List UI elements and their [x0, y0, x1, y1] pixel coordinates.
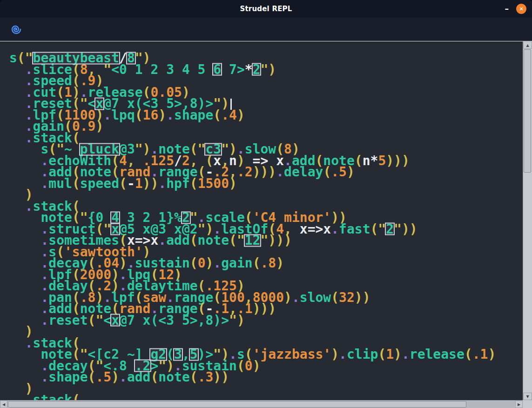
code-token: . — [158, 176, 166, 191]
code-token: delay — [284, 164, 323, 180]
scroll-left-icon[interactable]: ◀ — [0, 401, 7, 408]
code-token: ) — [158, 107, 166, 123]
horizontal-scrollbar[interactable]: ◀ ▶ — [0, 400, 523, 408]
code-token: ( — [88, 369, 96, 385]
code-line: .stack( — [9, 395, 523, 400]
code-token: add — [166, 233, 190, 248]
code-token: fast — [339, 221, 370, 237]
code-line: ) — [9, 189, 523, 201]
code-line: .gain(0.9) — [9, 121, 523, 133]
active-event-highlight: pluck — [80, 141, 119, 157]
code-token: ( — [253, 255, 261, 271]
code-token: ( — [135, 107, 143, 123]
code-token: ") — [229, 313, 245, 328]
vertical-scroll-thumb[interactable] — [524, 49, 531, 173]
code-token: reset — [48, 313, 88, 328]
code-token: . — [103, 107, 111, 123]
close-icon: ✕ — [519, 7, 523, 12]
code-token: ) — [347, 164, 355, 180]
code-token: 1 — [386, 347, 394, 362]
code-token: x=>x — [300, 221, 331, 237]
code-area[interactable]: s("beautybeast/8") .slice(8, "<0 1 2 3 4… — [0, 41, 523, 400]
code-token: ( — [331, 290, 339, 305]
titlebar[interactable]: Strudel REPL – ✕ — [0, 0, 532, 18]
code-token: . — [339, 347, 347, 362]
code-token: "))) — [260, 233, 291, 248]
code-token: ) — [237, 107, 245, 123]
code-token: .1 — [472, 347, 488, 362]
code-token: ) — [488, 347, 496, 362]
scroll-right-icon[interactable]: ▶ — [515, 401, 523, 408]
code-token: note — [158, 369, 189, 385]
code-token: ))) — [253, 301, 276, 316]
code-token: 16 — [143, 107, 159, 123]
code-token: ) — [394, 347, 402, 362]
code-token: )) — [143, 176, 159, 191]
code-token: slow — [300, 290, 331, 305]
active-event-highlight: 2 — [182, 210, 190, 225]
code-token: . — [40, 176, 48, 191]
active-event-highlight: .2 — [135, 358, 151, 374]
code-token: ( — [237, 358, 245, 374]
code-token: .3 — [198, 369, 214, 385]
code-token: (" — [88, 313, 104, 328]
close-button[interactable]: ✕ — [516, 4, 526, 14]
code-token: n* — [363, 153, 378, 168]
code-token: . — [402, 347, 410, 362]
scroll-up-icon[interactable]: ▲ — [523, 41, 532, 49]
window-controls: – ✕ — [505, 4, 532, 14]
code-token: gain — [221, 255, 252, 271]
code-token: < — [103, 313, 111, 328]
code-token: ))) — [253, 164, 276, 180]
code-line: ) — [9, 326, 523, 338]
code-token: @7 x(<3 5>,8)> — [119, 313, 229, 328]
active-event-highlight: 12 — [245, 233, 261, 248]
code-token: note — [198, 233, 229, 248]
active-event-highlight: 8 — [127, 50, 135, 66]
active-event-highlight: 3 — [174, 347, 182, 362]
code-line: .mul(speed(-1)).hpf(1500) — [9, 178, 523, 190]
scroll-down-icon[interactable]: ▼ — [523, 393, 532, 400]
code-token: ) — [95, 119, 103, 134]
code-token: ( — [150, 369, 158, 385]
code-token: . — [119, 369, 127, 385]
code-token: 1500 — [198, 176, 229, 191]
code-token: . — [276, 164, 284, 180]
code-token: )) — [213, 369, 229, 385]
vertical-scrollbar[interactable]: ▲ ▼ — [523, 41, 532, 400]
code-token: release — [410, 347, 465, 362]
code-token: ) — [276, 255, 284, 271]
code-token: 1 — [135, 176, 143, 191]
minimize-button[interactable]: – — [505, 7, 509, 11]
code-token: ))) — [386, 153, 410, 168]
editor[interactable]: s("beautybeast/8") .slice(8, "<0 1 2 3 4… — [0, 41, 532, 408]
code-token: ( — [355, 153, 363, 168]
code-token: ) — [331, 347, 339, 362]
scrollbar-corner — [523, 400, 532, 408]
window-title: Strudel REPL — [0, 5, 532, 13]
code-token: ( — [72, 176, 80, 191]
code-token: - — [127, 176, 135, 191]
code-token: (" — [370, 221, 386, 237]
active-event-highlight: 2 — [386, 221, 394, 237]
horizontal-scroll-thumb[interactable] — [8, 401, 466, 408]
strudel-spiral-logo-icon[interactable] — [9, 22, 23, 36]
code-token: ) — [284, 290, 292, 305]
active-event-highlight: x — [111, 313, 119, 328]
active-event-highlight: beautybeast — [33, 50, 119, 66]
code-token: ( — [323, 164, 331, 180]
code-token: . — [40, 313, 48, 328]
code-token: ( — [465, 347, 472, 362]
code-token: .5 — [95, 369, 111, 385]
code-token: . — [292, 290, 300, 305]
code-token: ( — [378, 347, 386, 362]
code-token: ( — [213, 107, 221, 123]
code-token: ) — [229, 176, 237, 191]
code-token: shape — [48, 369, 88, 385]
code-token: )) — [355, 290, 370, 305]
code-token: .4 — [221, 107, 237, 123]
toolbar — [0, 18, 532, 41]
code-token: ( — [190, 255, 198, 271]
code-token: . — [40, 369, 48, 385]
code-token: 32 — [339, 290, 355, 305]
